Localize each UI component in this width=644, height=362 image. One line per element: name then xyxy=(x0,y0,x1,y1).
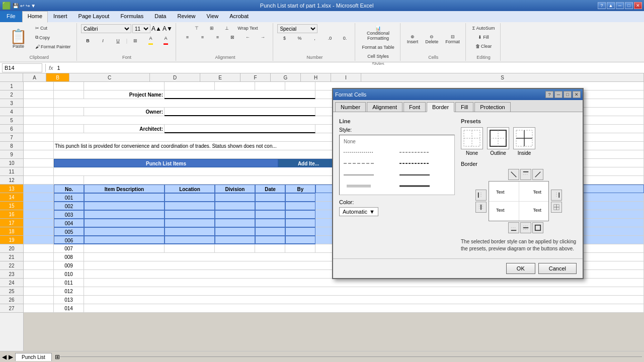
cell-e1[interactable] xyxy=(215,82,255,90)
cell-d14[interactable] xyxy=(165,193,215,202)
cell-b15[interactable]: 002 xyxy=(54,202,84,210)
border-horizontal-btn[interactable] xyxy=(520,222,531,233)
cell-f20[interactable] xyxy=(255,244,285,253)
cell-a27[interactable] xyxy=(24,304,54,313)
cell-d18[interactable] xyxy=(165,227,215,236)
cancel-button[interactable]: Cancel xyxy=(538,263,577,274)
select-all-btn[interactable] xyxy=(0,73,23,81)
cell-b16[interactable]: 003 xyxy=(54,210,84,219)
font-size-select[interactable]: 11 xyxy=(132,24,150,33)
border-diag-up-btn[interactable] xyxy=(532,169,543,180)
cell-c4[interactable]: Owner: xyxy=(84,108,165,116)
tab-page-layout[interactable]: Page Layout xyxy=(73,11,115,22)
cell-d6[interactable] xyxy=(165,125,315,133)
border-left-btn[interactable] xyxy=(475,190,487,201)
tab-data[interactable]: Data xyxy=(149,11,172,22)
cell-g17[interactable] xyxy=(285,219,315,227)
cell-a10[interactable] xyxy=(24,159,54,167)
row-header-23[interactable]: 23 xyxy=(0,270,23,279)
col-header-f[interactable]: F xyxy=(240,73,271,81)
delete-btn[interactable]: ⊖ Delete xyxy=(423,33,441,46)
cell-f18[interactable] xyxy=(255,227,285,236)
cell-c18[interactable] xyxy=(84,227,165,236)
dec-decrease-btn[interactable]: 0. xyxy=(338,34,352,42)
preset-outline-btn[interactable]: Outline xyxy=(487,127,509,156)
color-dropdown[interactable]: Automatic ▼ xyxy=(339,207,378,216)
cell-styles-btn[interactable]: Cell Styles xyxy=(365,52,391,60)
row-header-17[interactable]: 17 xyxy=(0,219,23,227)
col-header-b[interactable]: B xyxy=(46,73,69,81)
border-top-btn[interactable] xyxy=(520,169,531,180)
cell-b14[interactable]: 001 xyxy=(54,193,84,202)
fill-btn[interactable]: ⬇ Fill xyxy=(470,33,498,41)
align-right-btn[interactable]: ≡ xyxy=(210,33,224,41)
border-preview-box[interactable]: Text Text Text Text xyxy=(489,181,549,221)
cell-b1[interactable] xyxy=(54,82,84,90)
cell-g18[interactable] xyxy=(285,227,315,236)
insert-btn[interactable]: ⊕ Insert xyxy=(405,33,421,46)
cell-rest24[interactable] xyxy=(84,279,644,287)
indent-inc-btn[interactable]: → xyxy=(256,33,270,41)
italic-button[interactable]: I xyxy=(96,37,110,44)
cell-rest27[interactable] xyxy=(84,304,644,313)
cell-b23[interactable]: 010 xyxy=(54,270,84,279)
close-btn[interactable]: ✕ xyxy=(634,2,642,9)
underline-button[interactable]: U xyxy=(111,37,125,44)
cell-e20[interactable] xyxy=(215,244,255,253)
row-header-15[interactable]: 15 xyxy=(0,202,23,210)
col-header-c[interactable]: C xyxy=(69,73,150,81)
row-header-3[interactable]: 3 xyxy=(0,99,23,108)
line-style-none[interactable]: None xyxy=(342,137,452,145)
row-header-16[interactable]: 16 xyxy=(0,210,23,219)
cell-b24[interactable]: 011 xyxy=(54,279,84,287)
format-as-table-btn[interactable]: Format as Table xyxy=(359,43,396,51)
dialog-tab-fill[interactable]: Fill xyxy=(455,102,473,112)
dialog-help-btn[interactable]: ? xyxy=(545,91,553,98)
font-name-select[interactable]: Calibri xyxy=(81,24,131,33)
window-controls[interactable]: ? ▲ ─ □ ✕ xyxy=(598,2,642,9)
cell-a3[interactable] xyxy=(24,99,54,108)
cell-g13[interactable]: By xyxy=(285,185,315,193)
cell-a16[interactable] xyxy=(24,210,54,219)
cell-a4[interactable] xyxy=(24,108,54,116)
col-header-i[interactable]: I xyxy=(331,73,361,81)
cell-b22[interactable]: 009 xyxy=(54,261,84,270)
col-header-rest[interactable]: S xyxy=(361,73,644,81)
cell-g15[interactable] xyxy=(285,202,315,210)
cell-c2[interactable]: Project Name: xyxy=(84,90,165,99)
cell-e17[interactable] xyxy=(215,219,255,227)
prev-sheet-btn[interactable]: ◀ xyxy=(2,353,7,360)
cell-d4[interactable] xyxy=(165,108,315,116)
cell-c17[interactable] xyxy=(84,219,165,227)
bold-button[interactable]: B xyxy=(81,37,95,44)
cell-b4[interactable] xyxy=(54,108,84,116)
cell-b26[interactable]: 013 xyxy=(54,296,84,304)
insert-sheet-btn[interactable]: ⊞ xyxy=(55,353,60,360)
add-item-btn[interactable]: Add Ite... xyxy=(278,159,339,167)
cell-b27[interactable]: 014 xyxy=(54,304,84,313)
format-painter-button[interactable]: 🖌 Format Painter xyxy=(33,43,73,51)
cell-c13[interactable]: Item Description xyxy=(84,185,165,193)
name-box[interactable] xyxy=(2,63,42,72)
align-top-btn[interactable]: ⊤ xyxy=(190,24,204,32)
sheet-tab-punch-list[interactable]: Punch List xyxy=(15,353,52,361)
tab-file[interactable]: File xyxy=(0,11,22,22)
line-style-dotted-1[interactable] xyxy=(342,148,397,156)
cell-d17[interactable] xyxy=(165,219,215,227)
border-bottom-btn[interactable] xyxy=(508,222,519,233)
cell-g20[interactable] xyxy=(285,244,315,253)
cell-b18[interactable]: 005 xyxy=(54,227,84,236)
cell-a1[interactable] xyxy=(24,82,54,90)
cell-g19[interactable] xyxy=(285,236,315,244)
line-style-solid-thick[interactable] xyxy=(397,182,453,190)
dialog-tab-font[interactable]: Font xyxy=(404,102,426,112)
cell-c20[interactable] xyxy=(84,244,165,253)
row-header-27[interactable]: 27 xyxy=(0,304,23,313)
cell-b17[interactable]: 004 xyxy=(54,219,84,227)
cell-a23[interactable] xyxy=(24,270,54,279)
cell-a20[interactable] xyxy=(24,244,54,253)
cell-a19[interactable] xyxy=(24,236,54,244)
dialog-minimize-btn[interactable]: ─ xyxy=(554,91,562,98)
preset-inside-btn[interactable]: Inside xyxy=(513,127,535,156)
tab-review[interactable]: Review xyxy=(172,11,201,22)
